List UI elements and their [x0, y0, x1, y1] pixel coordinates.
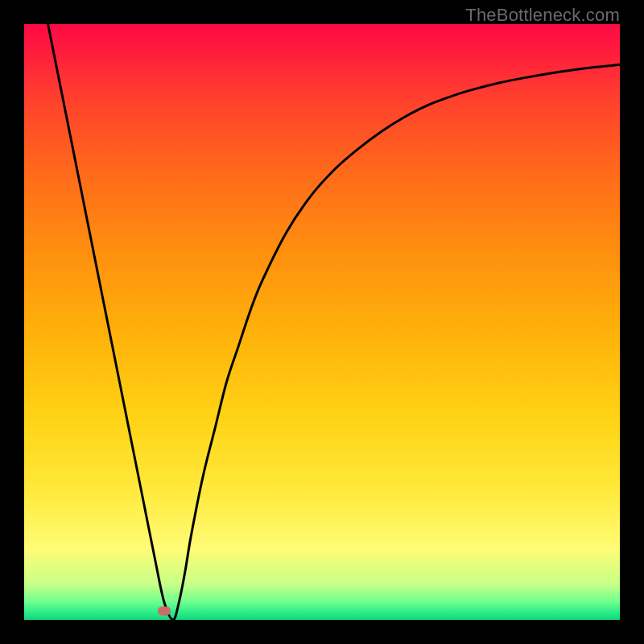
- watermark-text: TheBottleneck.com: [465, 5, 620, 26]
- chart-frame: TheBottleneck.com: [0, 0, 644, 644]
- curve-layer: [24, 24, 620, 620]
- plot-area: [24, 24, 620, 620]
- optimum-marker: [158, 606, 171, 615]
- bottleneck-curve: [48, 24, 620, 620]
